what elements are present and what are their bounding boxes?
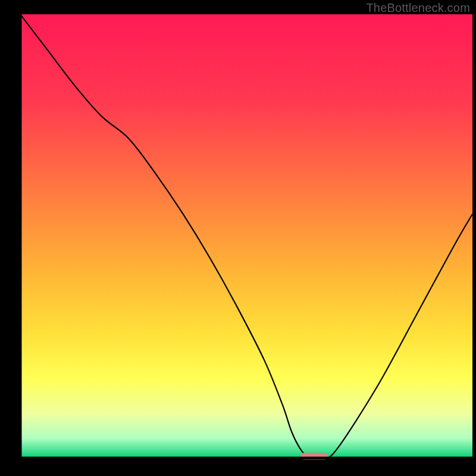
- optimal-range-marker: [300, 453, 328, 460]
- plot-area: [20, 14, 472, 458]
- bottleneck-curve: [20, 14, 472, 458]
- chart-container: TheBottleneck.com: [0, 0, 476, 476]
- watermark-text: TheBottleneck.com: [366, 1, 470, 15]
